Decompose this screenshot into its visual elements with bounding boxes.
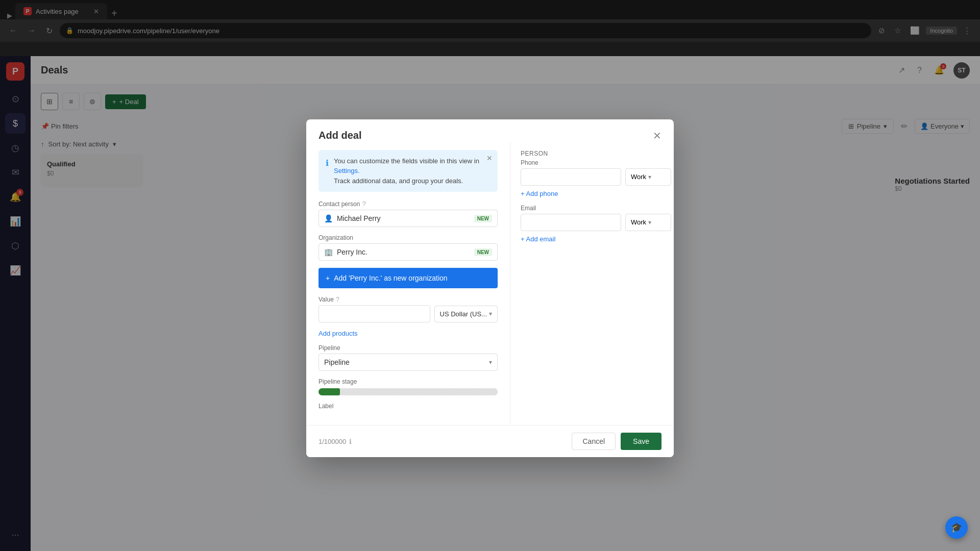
add-deal-modal: Add deal ✕ ℹ You can customize the field…	[306, 119, 674, 458]
currency-label: US Dollar (US...	[440, 310, 487, 318]
modal-close-btn[interactable]: ✕	[653, 130, 662, 142]
email-group: Email Work ▾ + Add email	[521, 205, 664, 243]
contact-person-label: Contact person ?	[318, 200, 498, 208]
save-btn[interactable]: Save	[621, 433, 662, 450]
stage-segment-5[interactable]	[409, 388, 430, 395]
phone-group: Phone Work ▾ + Add phone	[521, 159, 664, 197]
value-input[interactable]	[318, 305, 430, 322]
modal-header: Add deal ✕	[306, 119, 674, 142]
footer-count: 1/100000 ℹ	[318, 438, 352, 445]
email-type-label: Work	[631, 218, 646, 226]
help-fab-btn[interactable]: 🎓	[945, 516, 968, 539]
pipeline-label: Pipeline	[318, 344, 498, 352]
organization-icon: 🏢	[324, 248, 333, 256]
contact-person-input[interactable]	[337, 214, 470, 222]
organization-label: Organization	[318, 234, 498, 241]
pipeline-dropdown-icon: ▾	[489, 359, 492, 366]
stage-segment-6[interactable]	[431, 388, 453, 395]
stage-segment-3[interactable]	[363, 388, 385, 395]
value-group: Value ? US Dollar (US... ▾	[318, 295, 498, 322]
stage-segment-2[interactable]	[341, 388, 362, 395]
phone-type-select[interactable]: Work ▾	[625, 168, 671, 186]
add-org-wrapper: + Add 'Perry Inc.' as new organization	[318, 268, 498, 288]
close-banner-btn[interactable]: ✕	[486, 154, 493, 162]
modal-right-panel: PERSON Phone Work ▾ + Add phone Em	[510, 142, 674, 425]
stage-segment-1[interactable]	[318, 388, 340, 395]
email-label: Email	[521, 205, 664, 212]
add-org-plus-icon: +	[326, 274, 330, 282]
add-org-btn[interactable]: + Add 'Perry Inc.' as new organization	[318, 268, 498, 288]
currency-dropdown-icon: ▾	[489, 310, 492, 317]
count-info-icon[interactable]: ℹ	[349, 438, 352, 445]
email-input[interactable]	[521, 214, 621, 231]
pipeline-stage-label: Pipeline stage	[318, 378, 498, 385]
pipeline-select-value: Pipeline	[324, 358, 350, 366]
contact-person-icon: 👤	[324, 214, 333, 222]
value-help-icon[interactable]: ?	[336, 295, 339, 303]
contact-help-icon[interactable]: ?	[362, 200, 365, 208]
stage-segment-7[interactable]	[454, 388, 475, 395]
phone-label: Phone	[521, 159, 664, 166]
value-label: Value ?	[318, 295, 498, 303]
currency-select[interactable]: US Dollar (US... ▾	[434, 306, 498, 322]
settings-link[interactable]: Settings.	[334, 167, 360, 174]
footer-actions: Cancel Save	[572, 433, 662, 450]
value-row: US Dollar (US... ▾	[318, 305, 498, 322]
modal-title: Add deal	[318, 130, 361, 141]
pipeline-stage-bar[interactable]	[318, 388, 498, 395]
modal-footer: 1/100000 ℹ Cancel Save	[306, 425, 674, 457]
email-type-dropdown-icon: ▾	[648, 219, 651, 226]
count-label: 1/100000	[318, 438, 346, 445]
pipeline-stage-group: Pipeline stage	[318, 378, 498, 395]
phone-type-dropdown-icon: ▾	[648, 173, 651, 181]
email-row: Work ▾	[521, 214, 664, 231]
contact-person-input-wrapper[interactable]: 👤 NEW	[318, 210, 498, 227]
info-banner-text: You can customize the fields visible in …	[334, 156, 491, 186]
email-type-select[interactable]: Work ▾	[625, 214, 671, 231]
contact-person-group: Contact person ? 👤 NEW	[318, 200, 498, 227]
modal-body: ℹ You can customize the fields visible i…	[306, 142, 674, 425]
label-group: Label	[318, 403, 498, 410]
info-banner: ℹ You can customize the fields visible i…	[318, 150, 498, 192]
phone-row: Work ▾	[521, 168, 664, 186]
cancel-btn[interactable]: Cancel	[572, 433, 616, 450]
phone-input[interactable]	[521, 168, 621, 186]
organization-input[interactable]	[337, 248, 470, 256]
stage-segment-8[interactable]	[476, 388, 498, 395]
add-org-label: Add 'Perry Inc.' as new organization	[334, 274, 447, 282]
organization-input-wrapper[interactable]: 🏢 NEW	[318, 243, 498, 261]
modal-overlay: Add deal ✕ ℹ You can customize the field…	[0, 0, 980, 551]
add-email-link[interactable]: + Add email	[521, 235, 664, 243]
organization-new-badge: NEW	[474, 248, 492, 256]
add-phone-link[interactable]: + Add phone	[521, 190, 664, 197]
pipeline-select[interactable]: Pipeline ▾	[318, 354, 498, 371]
info-icon: ℹ	[326, 157, 329, 169]
person-section-label: PERSON	[521, 150, 664, 157]
organization-group: Organization 🏢 NEW	[318, 234, 498, 261]
label-field-label: Label	[318, 403, 498, 410]
phone-type-label: Work	[631, 173, 646, 181]
modal-left-panel: ℹ You can customize the fields visible i…	[306, 142, 510, 425]
pipeline-group: Pipeline Pipeline ▾	[318, 344, 498, 371]
add-products-link[interactable]: Add products	[318, 330, 498, 337]
stage-segment-4[interactable]	[386, 388, 407, 395]
contact-person-new-badge: NEW	[474, 215, 492, 222]
